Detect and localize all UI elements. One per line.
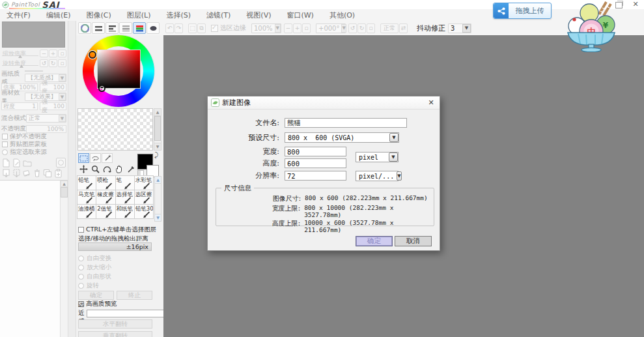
menu-image[interactable]: 图像(C) [79, 10, 120, 20]
nav-rotate-reset-button[interactable]: ▫ [58, 59, 66, 67]
rect-select-tool[interactable] [78, 153, 89, 163]
width-input[interactable] [285, 147, 346, 156]
angle-combo[interactable]: +000° ▼ [316, 23, 346, 33]
mixer-panel-button[interactable] [133, 22, 146, 34]
brush-scrollbar[interactable]: ▲ ▼ [154, 176, 161, 222]
swap-colors-icon[interactable]: ⤸ [154, 151, 158, 159]
brush-bucket[interactable]: 油漆桶 [77, 204, 96, 219]
transfer-down-icon[interactable] [2, 169, 10, 178]
menu-select[interactable]: 选择(S) [160, 10, 200, 20]
zoom-out-button[interactable]: − [284, 23, 292, 33]
perspective-input[interactable] [87, 310, 171, 317]
deselect-button[interactable]: ⬚ [188, 23, 197, 33]
copy-layer-icon[interactable] [43, 169, 52, 177]
saturation-value-square[interactable] [98, 50, 140, 88]
selection-source-radio[interactable] [2, 149, 8, 155]
resolution-dropdown-icon[interactable]: ▼ [397, 171, 401, 181]
zoom-tool[interactable] [90, 164, 101, 174]
stabilizer-dropdown-icon[interactable]: ▼ [462, 24, 471, 33]
protect-opacity-checkbox[interactable] [2, 134, 8, 139]
effect-degree-field[interactable]: 程度 1 [1, 102, 38, 110]
brush-marker[interactable]: 马克笔 [77, 190, 96, 205]
panel-separator[interactable] [68, 21, 76, 337]
effect-dropdown-icon[interactable]: ▼ [59, 93, 66, 100]
unit-combo[interactable]: pixel ▼ [356, 152, 399, 162]
resolution-input[interactable] [285, 171, 346, 181]
merge-down-icon[interactable] [12, 169, 21, 178]
flip-view-button[interactable]: ⇄ [399, 23, 408, 33]
zoom-dropdown-icon[interactable]: ▼ [275, 24, 281, 33]
new-layer-icon[interactable] [2, 158, 10, 168]
effect-strength-field[interactable]: 强度 100 [40, 102, 66, 110]
dialog-close-icon[interactable]: ✕ [427, 98, 436, 108]
scroll-up-icon[interactable]: ▲ [155, 177, 161, 184]
flip-horizontal-button[interactable]: 水平翻转 [78, 319, 152, 329]
nav-rotate-ccw-button[interactable]: ↺ [40, 59, 48, 67]
ctrl-select-checkbox[interactable] [78, 227, 84, 233]
hue-selector-icon[interactable] [89, 51, 96, 59]
brush-select-eraser[interactable]: 选区擦 [134, 190, 154, 205]
dialog-title-bar[interactable]: 新建图像 ✕ [208, 96, 440, 110]
scratchpad-panel-button[interactable] [147, 22, 160, 34]
cancel-button[interactable]: 取消 [395, 236, 432, 246]
opacity-slider[interactable]: 100% [26, 125, 66, 133]
brush-eraser[interactable]: 橡皮擦 [96, 190, 115, 205]
angle-dropdown-icon[interactable]: ▼ [341, 24, 346, 33]
stabilizer-combo[interactable]: 3 ▼ [448, 23, 471, 33]
scroll-down-icon[interactable]: ▼ [154, 143, 161, 150]
nav-zoom-out-button[interactable]: − [40, 50, 48, 57]
zoom-in-button[interactable]: + [293, 23, 301, 33]
brush-paper-pen[interactable]: 和纸笔 [115, 204, 135, 219]
scale-radio[interactable] [78, 265, 84, 271]
brush-watercolor[interactable]: 水彩笔 [134, 175, 154, 190]
nav-rotate-cw-button[interactable]: ↻ [49, 59, 57, 67]
brush-pencil[interactable]: 铅笔 [77, 175, 96, 190]
window-close-icon[interactable]: ✕ [631, 0, 640, 9]
rotate-reset-button[interactable]: ▫ [367, 23, 375, 33]
preset-dropdown-icon[interactable]: ▼ [389, 133, 399, 142]
free-shape-radio[interactable] [78, 274, 84, 280]
menu-layer[interactable]: 图层(L) [120, 10, 160, 20]
height-input[interactable] [285, 158, 346, 168]
resolution-unit-combo[interactable]: pixel/... ▼ [356, 171, 399, 181]
rotate-canvas-tool[interactable] [102, 164, 113, 174]
brush-airbrush[interactable]: 喷枪 [96, 175, 115, 190]
transform-confirm-button[interactable]: 确定 [78, 291, 114, 300]
drag-upload-button[interactable]: 拖拽上传 [493, 3, 552, 19]
normal-view-button[interactable]: 正常 [380, 23, 399, 33]
hsv-slider-panel-button[interactable] [119, 22, 132, 34]
menu-view[interactable]: 视图(V) [240, 10, 280, 20]
transform-abort-button[interactable]: 终止 [117, 291, 152, 300]
undo-button[interactable]: ↶ [165, 23, 174, 33]
invert-selection-button[interactable]: ⧉ [197, 23, 206, 33]
brush-pen[interactable]: 笔 [115, 175, 135, 190]
texture-strength-field[interactable]: 强度 100 [40, 83, 66, 91]
scrollbar-thumb[interactable] [154, 116, 161, 141]
nav-zoom-reset-button[interactable]: ▫ [58, 50, 66, 57]
brush-binary-pen[interactable]: 2值笔 [96, 204, 115, 219]
new-linework-layer-icon[interactable] [12, 158, 21, 168]
magic-wand-tool[interactable] [102, 153, 113, 163]
unit-dropdown-icon[interactable]: ▼ [389, 153, 398, 162]
delete-layer-icon[interactable] [33, 169, 41, 177]
selection-edge-checkbox[interactable] [211, 25, 218, 32]
ok-button[interactable]: 确定 [356, 236, 393, 246]
menu-edit[interactable]: 编辑(E) [40, 10, 80, 20]
clipping-mask-checkbox[interactable] [2, 141, 8, 147]
menu-filter[interactable]: 滤镜(T) [200, 10, 240, 20]
sv-selector-icon[interactable] [98, 85, 105, 92]
hue-bar-panel-button[interactable] [92, 22, 105, 34]
redo-button[interactable]: ↷ [175, 23, 183, 33]
move-tool[interactable] [78, 164, 89, 174]
clear-layer-icon[interactable] [23, 169, 31, 177]
swatch-scrollbar[interactable]: ▲ ▼ [154, 108, 161, 151]
zoom-slider-marker-icon[interactable] [18, 55, 22, 58]
layer-list[interactable]: ▲ [0, 180, 68, 337]
free-transform-radio[interactable] [78, 256, 84, 261]
drag-detect-slider[interactable]: ±16pix [78, 242, 152, 251]
scrollbar-thumb[interactable] [61, 187, 68, 198]
flip-vertical-button[interactable]: 垂直翻转 [78, 331, 152, 337]
blend-mode-combo[interactable]: 正常 ▼ [26, 114, 66, 123]
lasso-tool[interactable] [90, 153, 101, 163]
zoom-reset-button[interactable]: ▫ [302, 23, 311, 33]
